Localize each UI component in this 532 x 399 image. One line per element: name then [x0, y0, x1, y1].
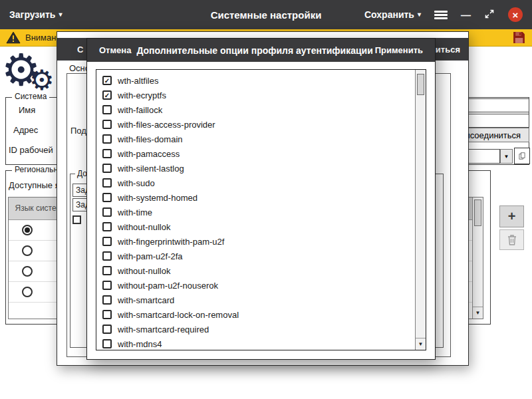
option-label: with-faillock — [118, 105, 162, 115]
chevron-down-icon: ▾ — [59, 11, 62, 18]
work-id-label: ID рабочей — [9, 145, 53, 155]
system-group-legend: Система — [12, 92, 49, 101]
modal-title: Дополнительные опции профиля аутентифика… — [131, 45, 374, 56]
auth-profile-options-modal: Отмена Дополнительные опции профиля ауте… — [86, 38, 436, 360]
warning-save-button[interactable] — [512, 31, 526, 45]
checkbox-icon[interactable] — [102, 164, 112, 173]
radio-icon[interactable] — [22, 266, 33, 277]
checkbox-icon[interactable] — [102, 207, 112, 217]
option-row[interactable]: with-pam-u2f-2fa — [96, 249, 416, 263]
checkbox-icon[interactable] — [102, 105, 112, 114]
cancel-button[interactable]: Отмена — [99, 45, 131, 55]
system-settings-window: Загрузить ▾ Системные настройки Сохранит… — [0, 0, 532, 399]
checkbox-icon[interactable] — [102, 120, 112, 129]
option-row[interactable]: without-nullok — [96, 219, 416, 234]
checkbox-icon[interactable] — [102, 281, 112, 290]
option-row[interactable]: with-smartcard-lock-on-removal — [96, 307, 416, 322]
trash-icon — [507, 234, 517, 245]
option-row[interactable]: without-pam-u2f-nouserok — [96, 278, 416, 293]
language-table-scrollbar[interactable]: ▼ — [472, 198, 483, 319]
warning-icon — [6, 31, 21, 44]
checkbox-icon[interactable] — [102, 266, 112, 275]
add-language-button[interactable]: + — [499, 205, 524, 227]
checkbox-icon[interactable] — [102, 325, 112, 334]
option-label: with-files-domain — [118, 134, 183, 144]
minimize-button[interactable]: — — [461, 9, 471, 21]
work-id-dropdown-button[interactable]: ▼ — [500, 149, 513, 164]
remove-language-button[interactable] — [499, 229, 524, 250]
name-label: Имя — [19, 105, 35, 115]
address-label: Адрес — [13, 125, 38, 135]
option-label: without-nullok — [118, 222, 171, 232]
checkbox-icon[interactable] — [72, 215, 81, 224]
checkbox-icon[interactable] — [102, 149, 112, 158]
dialog-header-left-button[interactable]: С — [77, 45, 83, 55]
option-label: without-nullok — [118, 266, 171, 276]
checkbox-icon[interactable] — [102, 178, 112, 188]
option-row[interactable]: with-pamaccess — [96, 146, 416, 161]
option-row[interactable]: with-systemd-homed — [96, 190, 416, 205]
option-row[interactable]: with-silent-lastlog — [96, 161, 416, 176]
option-label: with-files-access-provider — [118, 120, 215, 130]
option-row[interactable]: with-mdns4 — [96, 336, 416, 350]
checkbox-icon[interactable] — [102, 295, 112, 305]
copy-icon — [519, 150, 525, 162]
checkbox-icon[interactable] — [102, 237, 112, 246]
option-label: with-sudo — [118, 178, 155, 188]
hamburger-menu-button[interactable] — [434, 11, 448, 19]
option-label: with-fingerprintwith-pam-u2f — [118, 237, 224, 247]
scrollbar-thumb[interactable] — [417, 74, 424, 95]
option-label: with-ecryptfs — [118, 90, 166, 100]
option-row[interactable]: with-time — [96, 205, 416, 219]
checkbox-icon[interactable] — [102, 339, 112, 348]
resize-icon — [484, 9, 495, 19]
auth-options-list: ✓wth-altfiles✓with-ecryptfswith-faillock… — [96, 70, 416, 350]
options-list-container: ✓wth-altfiles✓with-ecryptfswith-faillock… — [96, 69, 426, 350]
option-row[interactable]: with-smartcard-required — [96, 322, 416, 336]
chevron-down-icon: ▾ — [418, 11, 421, 18]
close-icon: × — [513, 9, 519, 21]
floppy-icon — [512, 31, 526, 45]
arrow-down-icon: ▼ — [418, 341, 424, 347]
load-menu-button[interactable]: Загрузить ▾ — [9, 9, 62, 20]
apply-button[interactable]: Применить — [375, 45, 423, 55]
modal-header: Отмена Дополнительные опции профиля ауте… — [87, 39, 435, 62]
option-row[interactable]: with-files-access-provider — [96, 117, 416, 132]
copy-button[interactable] — [514, 148, 530, 164]
maximize-button[interactable] — [484, 9, 495, 21]
arrow-down-icon: ▼ — [475, 310, 481, 316]
option-row[interactable]: with-faillock — [96, 102, 416, 117]
option-label: with-silent-lastlog — [118, 164, 184, 174]
option-label: without-pam-u2f-nouserok — [118, 281, 218, 291]
radio-icon[interactable] — [22, 287, 33, 297]
topbar: Загрузить ▾ Системные настройки Сохранит… — [0, 0, 532, 29]
option-row[interactable]: with-smartcard — [96, 293, 416, 307]
checkbox-icon[interactable] — [102, 134, 112, 144]
checkbox-checked-icon[interactable]: ✓ — [102, 76, 112, 85]
checkbox-icon[interactable] — [102, 193, 112, 202]
gear-small-icon: ⚙ — [29, 66, 55, 94]
option-label: with-pam-u2f-2fa — [118, 251, 183, 261]
option-label: with-pamaccess — [118, 149, 180, 159]
option-row[interactable]: ✓wth-altfiles — [96, 73, 416, 88]
plus-icon: + — [508, 209, 516, 224]
option-row[interactable]: ✓with-ecryptfs — [96, 88, 416, 102]
radio-selected-icon[interactable] — [22, 225, 33, 235]
option-row[interactable]: with-sudo — [96, 176, 416, 190]
chevron-down-icon: ▼ — [504, 154, 509, 160]
scroll-down-button[interactable]: ▼ — [473, 307, 483, 319]
option-row[interactable]: with-fingerprintwith-pam-u2f — [96, 234, 416, 249]
radio-icon[interactable] — [22, 245, 33, 256]
close-button[interactable]: × — [508, 7, 523, 22]
scrollbar-thumb[interactable] — [474, 200, 481, 226]
checkbox-icon[interactable] — [102, 251, 112, 261]
options-scrollbar[interactable]: ▼ — [415, 70, 426, 350]
option-row[interactable]: with-files-domain — [96, 132, 416, 146]
checkbox-icon[interactable] — [102, 310, 112, 319]
scroll-down-button[interactable]: ▼ — [416, 338, 426, 350]
page-title: Системные настройки — [120, 9, 412, 21]
checkbox-checked-icon[interactable]: ✓ — [102, 90, 112, 100]
option-row[interactable]: without-nullok — [96, 263, 416, 278]
checkbox-icon[interactable] — [102, 222, 112, 231]
option-label: with-systemd-homed — [118, 193, 198, 203]
